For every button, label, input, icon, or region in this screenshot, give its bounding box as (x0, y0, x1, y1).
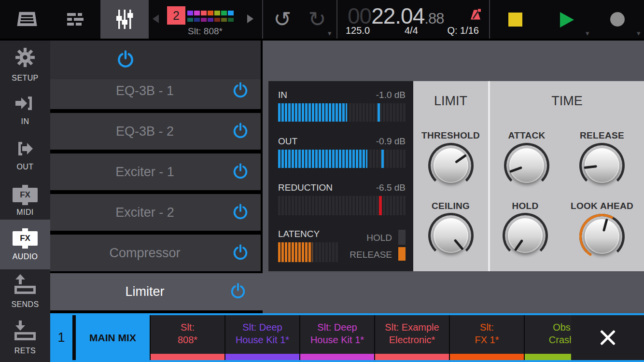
threshold-label: THRESHOLD (413, 130, 488, 141)
hold-knob[interactable] (503, 213, 548, 258)
fx-enable-power-button[interactable] (116, 50, 135, 70)
redo-button[interactable]: ↻ (303, 0, 331, 39)
track-tab[interactable]: Slt: DeepHouse Kit 1* (225, 315, 299, 360)
audio-fx-icon: FX (13, 231, 38, 246)
color-swatch (221, 11, 227, 15)
color-swatch (221, 18, 227, 22)
mixer-tab-active[interactable] (100, 0, 149, 39)
latency-meter-fill (278, 242, 312, 262)
attack-label: ATTACK (493, 130, 560, 141)
color-swatch (194, 18, 200, 22)
close-bar-button[interactable] (571, 315, 644, 360)
color-swatch (187, 18, 193, 22)
browser-button[interactable] (9, 0, 45, 39)
fx-slot-row[interactable]: Exciter - 2 (50, 194, 261, 231)
fx-slot-row[interactable]: EQ-3B - 1 (50, 79, 261, 109)
fx-name: EQ-3B - 1 (50, 79, 239, 109)
fx-slot-row[interactable]: Exciter - 1 (50, 153, 261, 190)
list-view-button[interactable] (58, 0, 93, 39)
bottom-bar-bottom-border (50, 360, 644, 362)
in-meter-peak (378, 103, 380, 122)
look-ahead-label: LOOK AHEAD (563, 201, 641, 211)
play-options-chevron-icon[interactable]: ▾ (586, 29, 589, 38)
plugin-meters: IN -1.0 dB OUT -0.9 dB REDUCTION -6.5 dB (268, 81, 413, 271)
sidebar-item-label: RETS (0, 347, 50, 355)
release-indicator-label: RELEASE (350, 250, 392, 260)
sidebar-item-label: OUT (0, 163, 50, 171)
sidebar-item-label: MIDI (0, 208, 50, 217)
ceiling-knob[interactable] (428, 213, 474, 258)
fx-power-icon[interactable] (232, 204, 249, 221)
out-meter (278, 150, 406, 168)
track-tab[interactable]: Slt: DeepHouse Kit 1* (300, 315, 374, 360)
sidebar-item-midi-fx[interactable]: FX MIDI (0, 181, 50, 219)
top-bar: 2 Slt: 808* ↺ (0, 0, 644, 39)
release-label: RELEASE (568, 130, 636, 141)
undo-button[interactable]: ↺ (268, 0, 296, 39)
track-tab-label: Slt: ExampleElectronic* (375, 321, 449, 346)
sidebar-item-rets[interactable]: RETS (0, 319, 50, 359)
metronome-icon[interactable] (469, 9, 482, 21)
input-arrow-icon (14, 94, 36, 113)
track-color-strip (375, 354, 449, 360)
attack-knob[interactable] (504, 143, 549, 188)
quantize-value[interactable]: Q: 1/16 (447, 25, 479, 36)
fx-name: Compressor (50, 235, 239, 271)
play-button[interactable] (560, 12, 574, 28)
reduction-meter-label: REDUCTION (278, 182, 333, 193)
ceiling-label: CEILING (413, 201, 488, 211)
fx-slot-row[interactable]: EQ-3B - 2 (50, 113, 261, 150)
track-color-strip (225, 354, 299, 360)
track-tab[interactable]: Slt: ExampleElectronic* (375, 315, 449, 360)
threshold-knob[interactable] (428, 143, 474, 188)
divider (336, 0, 337, 39)
out-meter-label: OUT (278, 136, 297, 147)
track-number-tab[interactable]: 1 (50, 315, 72, 360)
fx-slot-row[interactable]: Compressor (50, 235, 261, 271)
time-counter[interactable]: 0022.04.88 125.0 4/4 Q: 1/16 (338, 0, 489, 39)
fx-slot-row-selected[interactable]: Limiter (50, 273, 644, 310)
redo-icon: ↻ (308, 9, 326, 30)
release-knob[interactable] (579, 143, 625, 188)
sidebar-item-sends[interactable]: SENDS (0, 272, 50, 313)
sidebar-item-audio-fx[interactable]: FX AUDIO (0, 220, 50, 269)
color-swatch (228, 18, 234, 22)
mixer-icon (114, 8, 135, 31)
in-meter (278, 103, 406, 122)
previous-track-arrow-icon[interactable] (153, 14, 159, 23)
record-options-chevron-icon[interactable]: ▾ (637, 29, 641, 38)
track-number-badge: 2 (167, 6, 185, 25)
browser-icon (14, 9, 40, 30)
gear-icon (15, 47, 35, 68)
stop-button[interactable] (508, 13, 522, 27)
latency-meter (278, 242, 338, 262)
in-meter-label: IN (278, 90, 287, 100)
track-tab[interactable]: Slt:808* (151, 315, 224, 360)
sidebar-item-label: SETUP (0, 74, 50, 83)
fx-power-icon[interactable] (232, 163, 249, 181)
fx-name: Exciter - 1 (50, 153, 239, 190)
fx-name: Limiter (50, 273, 239, 310)
in-meter-fill (278, 103, 347, 122)
undo-menu-chevron-icon[interactable]: ▾ (328, 29, 332, 38)
release-indicator (398, 247, 406, 261)
main-mix-tab[interactable]: MAIN MIX (76, 315, 150, 360)
fx-power-icon[interactable] (232, 82, 249, 99)
record-button[interactable] (610, 12, 625, 27)
next-track-arrow-icon[interactable] (247, 14, 253, 23)
track-tab[interactable]: Slt:FX 1* (450, 315, 524, 360)
sidebar-item-in[interactable]: IN (0, 90, 50, 128)
plugin-panel: IN -1.0 dB OUT -0.9 dB REDUCTION -6.5 dB (263, 41, 644, 313)
limiter-plugin-body: IN -1.0 dB OUT -0.9 dB REDUCTION -6.5 dB (268, 81, 644, 271)
fx-power-icon[interactable] (232, 244, 249, 262)
track-color-strip (450, 354, 524, 360)
fx-power-icon[interactable] (232, 123, 249, 140)
fx-power-icon[interactable] (229, 283, 247, 300)
sidebar-item-setup[interactable]: SETUP (0, 43, 50, 85)
look-ahead-knob[interactable] (579, 214, 625, 259)
track-selector[interactable]: 2 Slt: 808* (149, 0, 262, 39)
app-screen: 2 Slt: 808* ↺ (0, 0, 644, 362)
time-signature[interactable]: 4/4 (405, 25, 418, 36)
tempo-value[interactable]: 125.0 (346, 25, 370, 36)
sidebar-item-out[interactable]: OUT (0, 135, 50, 174)
